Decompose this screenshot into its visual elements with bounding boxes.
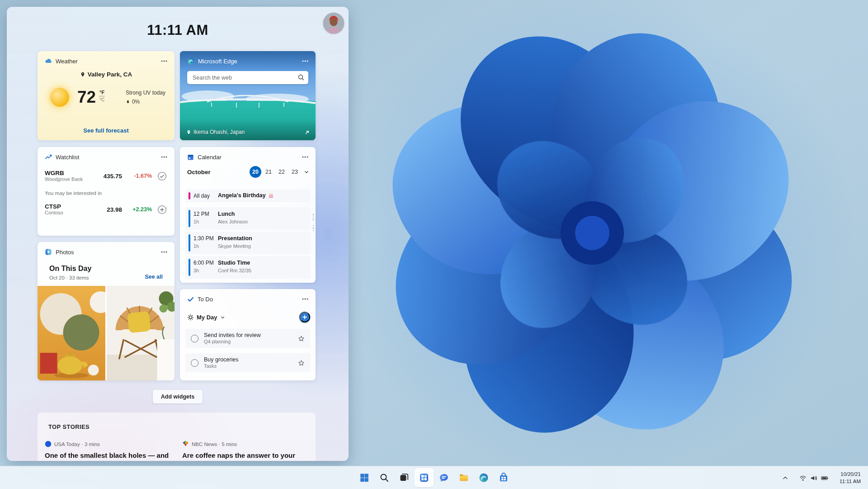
edge-browser-button[interactable]: [474, 468, 493, 487]
see-full-forecast-link[interactable]: See full forecast: [38, 127, 175, 134]
add-plus-icon[interactable]: [152, 205, 168, 214]
search-button[interactable]: [375, 468, 394, 487]
edge-logo-icon: [187, 57, 194, 65]
more-options-icon[interactable]: [158, 247, 170, 256]
edge-search-box[interactable]: [187, 71, 308, 84]
file-explorer-button[interactable]: [454, 468, 473, 487]
clock-tray[interactable]: 10/20/21 11:11 AM: [836, 469, 864, 487]
calendar-widget[interactable]: Calendar October 20 21 22 23 All day: [180, 147, 316, 283]
calendar-event-list: All day Angela's Birthday 12 PM 1h Lunch…: [185, 190, 310, 280]
event-title: Studio Time: [218, 260, 250, 266]
taskbar-center-icons: [355, 468, 513, 487]
expand-icon[interactable]: [304, 129, 310, 136]
todo-widget[interactable]: To Do My Day Send invites for r: [180, 289, 316, 380]
task-checkbox[interactable]: [191, 359, 198, 367]
task-checkbox[interactable]: [191, 335, 198, 342]
todo-list-name[interactable]: My Day: [197, 314, 217, 321]
watchlist-widget[interactable]: Watchlist WGRBWoodgrove Bank 435.75 -1.6…: [38, 147, 175, 236]
more-options-icon[interactable]: [158, 152, 170, 161]
photos-widget[interactable]: Photos On This Day Oct 20 · 33 items See…: [38, 242, 175, 380]
more-options-icon[interactable]: [299, 152, 311, 161]
task-row[interactable]: Send invites for reviewQ4 planning: [185, 329, 310, 348]
chevron-down-icon[interactable]: [220, 315, 225, 320]
start-button[interactable]: [355, 468, 374, 487]
stock-change: +2.23%: [122, 206, 152, 213]
event-duration: 1h: [193, 243, 199, 249]
user-avatar[interactable]: [323, 13, 344, 33]
event-color-bar: [189, 234, 190, 252]
date-cell-selected[interactable]: 20: [250, 166, 261, 178]
add-task-button[interactable]: [299, 312, 310, 323]
photo-thumbnail[interactable]: [38, 286, 105, 380]
widgets-icon: [419, 472, 429, 483]
store-icon: [498, 472, 509, 483]
star-icon[interactable]: [298, 335, 305, 342]
stock-symbol: WGRB: [45, 170, 90, 177]
calendar-month: October: [187, 169, 211, 176]
more-options-icon[interactable]: [299, 294, 311, 304]
tray-date: 10/20/21: [840, 471, 861, 478]
photos-icon: [45, 248, 52, 256]
date-cell[interactable]: 22: [276, 166, 288, 178]
weather-title: Weather: [56, 58, 78, 65]
event-color-bar: [189, 259, 190, 276]
edge-title: Microsoft Edge: [198, 58, 237, 65]
todo-title: To Do: [198, 296, 213, 303]
search-input[interactable]: [187, 71, 308, 84]
calendar-event[interactable]: 1:30 PM 1h Presentation Skype Meeting: [185, 232, 310, 254]
event-time: All day: [193, 193, 210, 199]
edge-widget[interactable]: Microsoft Edge Ikema Ohashi, Japan: [180, 51, 316, 140]
stock-row[interactable]: CTSPContoso 23.98 +2.23%: [45, 201, 168, 218]
task-list-name: Q4 planning: [204, 339, 261, 345]
article-headline: One of the smallest black holes — and: [45, 451, 178, 459]
search-icon[interactable]: [297, 74, 305, 81]
photos-heading: On This Day: [49, 265, 91, 273]
event-title: Lunch: [218, 211, 235, 217]
calendar-event[interactable]: All day Angela's Birthday: [185, 190, 310, 202]
todo-check-icon: [187, 296, 194, 303]
photo-strip: [38, 286, 175, 380]
event-title: Angela's Birthday: [218, 192, 266, 199]
calendar-icon: [187, 154, 194, 161]
date-cell[interactable]: 21: [263, 166, 274, 178]
edge-photo-caption: Ikema Ohashi, Japan: [193, 129, 245, 135]
chat-button[interactable]: [434, 468, 453, 487]
see-all-link[interactable]: See all: [145, 274, 163, 280]
added-check-icon[interactable]: [152, 171, 168, 181]
unit-celsius[interactable]: °C: [99, 97, 104, 102]
stock-row[interactable]: WGRBWoodgrove Bank 435.75 -1.67%: [45, 168, 168, 184]
store-button[interactable]: [494, 468, 513, 487]
widgets-panel: 11:11 AM Weather: [7, 7, 349, 461]
task-view-button[interactable]: [395, 468, 414, 487]
scrollbar-dots[interactable]: [313, 214, 314, 231]
network-volume-battery-button[interactable]: [796, 472, 832, 484]
event-time: 12 PM: [193, 211, 209, 217]
news-article[interactable]: NBC News · 5 mins Are coffee naps the an…: [182, 441, 316, 459]
calendar-date-strip: 20 21 22 23: [250, 166, 309, 178]
temperature-units[interactable]: °F °C: [99, 90, 105, 102]
desktop[interactable]: 11:11 AM Weather: [0, 0, 868, 489]
watchlist-suggestion-label: You may be interested in: [45, 190, 102, 196]
article-meta: USA Today · 3 mins: [54, 442, 100, 447]
task-row[interactable]: Buy groceriesTasks: [185, 353, 310, 372]
show-hidden-icons-button[interactable]: [778, 472, 792, 484]
photo-thumbnail[interactable]: [107, 286, 175, 380]
widgets-button[interactable]: [415, 468, 434, 487]
more-options-icon[interactable]: [299, 57, 311, 66]
chevron-down-icon[interactable]: [304, 169, 309, 175]
date-cell[interactable]: 23: [289, 166, 301, 178]
wifi-icon: [799, 475, 807, 482]
stock-price: 23.98: [90, 206, 122, 213]
unit-fahrenheit[interactable]: °F: [99, 90, 104, 95]
event-duration: 3h: [193, 268, 199, 273]
stock-price: 435.75: [90, 173, 122, 180]
star-icon[interactable]: [298, 360, 305, 366]
calendar-event[interactable]: 12 PM 1h Lunch Alex Johnson: [185, 207, 310, 230]
add-widgets-button[interactable]: Add widgets: [153, 390, 203, 404]
weather-widget[interactable]: Weather Valley Park, CA 72 °F °C: [38, 51, 175, 140]
news-article[interactable]: USA Today · 3 mins One of the smallest b…: [45, 441, 178, 459]
more-options-icon[interactable]: [158, 57, 170, 66]
weather-cloud-icon: [45, 57, 52, 65]
calendar-event[interactable]: 6:00 PM 3h Studio Time Conf Rm 32/35: [185, 256, 310, 279]
my-day-sun-icon: [187, 314, 194, 321]
